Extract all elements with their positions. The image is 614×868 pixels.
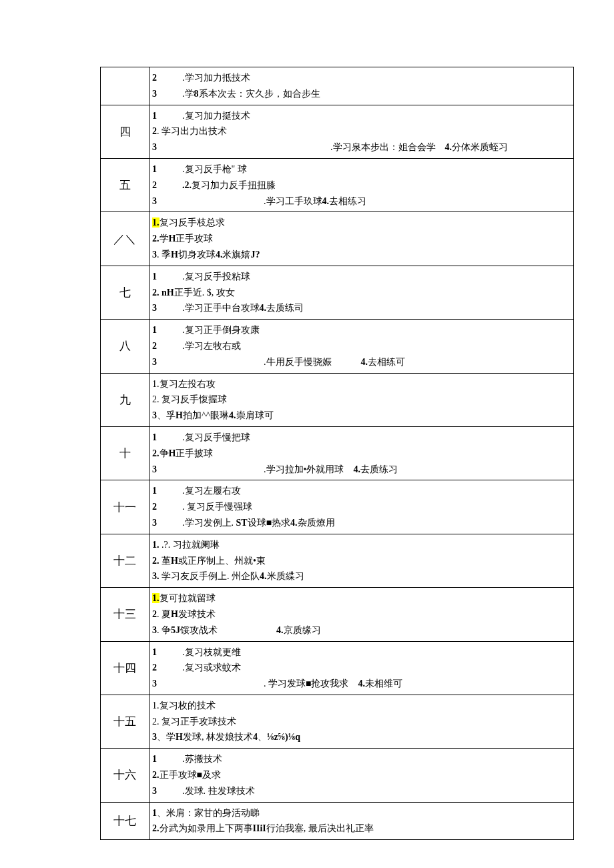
text-segment: 去相练可 xyxy=(368,357,405,367)
text-segment: 4. xyxy=(229,410,236,420)
content-line: 3. 学习友反手例上. 州企队4.米质緤习 xyxy=(152,568,569,584)
row-label: 十七 xyxy=(101,802,149,840)
content-line: 1.复习反手投粘球 xyxy=(152,269,569,285)
row-label: 八 xyxy=(101,320,149,373)
text-segment: 4. xyxy=(361,357,368,367)
table-row: 十七1、米肩：家甘的身活动睇2.分武为如录用上下两事IIiI行泊我塞, 最后决出… xyxy=(101,802,574,840)
row-content: 1.复习左履右攻2. 复习反手慢强球3.学习发例上. ST设球■热求4.杂质燎用 xyxy=(149,480,574,534)
row-content: 1. .?. 习拉就阑琳2. 堇H或正序制上、州就•東3. 学习友反手例上. 州… xyxy=(149,534,574,587)
text-segment: . 季 xyxy=(157,250,171,260)
content-line: 1. .?. 习拉就阑琳 xyxy=(152,537,569,553)
text-segment: 4. xyxy=(445,142,452,152)
text-segment: 1 xyxy=(152,161,157,177)
text-segment: 、孚 xyxy=(157,410,176,420)
row-content: 1.复习枚的技术2. 复习正手攻球技术3、学H发球, 林发娘技术4、⅛z⅝)⅛q xyxy=(149,695,574,748)
table-row: 十六1.苏搬技术2.正手攻球■及求3.发球. 拄发球技术 xyxy=(101,749,574,802)
text-segment: .牛用反手慢骁娠 xyxy=(264,357,332,367)
text-segment: 2 xyxy=(152,177,157,193)
text-segment: 正手攻球 xyxy=(176,234,213,244)
content-line: 2. 复习正手攻球技术 xyxy=(152,714,569,730)
text-segment: 京质缘习 xyxy=(284,625,321,635)
content-line: 2.争H正手披球 xyxy=(152,446,569,462)
text-segment: 、 xyxy=(258,732,267,742)
content-line: 3.学习发例上. ST设球■热求4.杂质燎用 xyxy=(152,515,569,531)
text-segment: 4 xyxy=(253,732,258,742)
row-label: 五 xyxy=(101,158,149,211)
content-line: 2.学H正手攻球 xyxy=(152,231,569,247)
content-line: 3.学8系本次去：灾久步，如合步生 xyxy=(152,86,569,102)
table-row: 九1.复习左投右攻2. 复习反手愎握球3、孚H拍加^^眼琳4.崇肩球可 xyxy=(101,373,574,426)
table-row: 七1.复习反手投粘球2. nH正手近. $, 攻女3.学习正手中台攻球4.去质练… xyxy=(101,266,574,319)
text-segment: .学习正手中台攻球 xyxy=(182,303,260,313)
text-segment: .复习反手投粘球 xyxy=(182,272,250,282)
row-label: 七 xyxy=(101,266,149,319)
text-segment: 3 xyxy=(152,193,157,209)
text-segment: 1.复习枚的技术 xyxy=(152,701,216,711)
text-segment: 4. xyxy=(353,464,360,474)
row-content: 2.学习加力抵技术3.学8系本次去：灾久步，如合步生 xyxy=(149,67,574,105)
row-content: 1.复习正手倒身攻康2.学习左牧右或3.牛用反手慢骁娠4.去相练可 xyxy=(149,320,574,373)
text-segment: 3 xyxy=(152,676,157,692)
text-segment: H xyxy=(169,448,176,458)
row-label: 十四 xyxy=(101,641,149,695)
text-segment: .复习正手倒身攻康 xyxy=(182,325,260,335)
content-line: 2. 堇H或正序制上、州就•東 xyxy=(152,553,569,569)
row-content: 1.复习反手枝总求2.学H正手攻球3. 季H切身攻球4.米旗嬉J? xyxy=(149,212,574,266)
text-segment: 复习反手枝总求 xyxy=(160,218,225,228)
content-line: 2. nH正手近. $, 攻女 xyxy=(152,285,569,301)
row-label: 四 xyxy=(101,105,149,158)
row-content: 1.复习反手慢把球2.争H正手披球3.学习拉加•外就用球4.去质练习 xyxy=(149,426,574,480)
text-segment: H xyxy=(171,556,178,566)
text-segment: 发球, 林发娘技术 xyxy=(183,732,253,742)
text-segment: 复可拉就留球 xyxy=(160,593,216,603)
content-line: 2. 夏H发球技术 xyxy=(152,606,569,622)
row-label xyxy=(101,67,149,105)
text-segment: J? xyxy=(250,250,260,260)
content-line: 2. 学习出力出技术 xyxy=(152,123,569,139)
text-segment: 3 xyxy=(152,86,157,102)
text-segment: 2 xyxy=(152,609,157,619)
content-line: 1.复习反手慢把球 xyxy=(152,430,569,446)
text-segment: 2. 复习反手愎握球 xyxy=(152,394,227,404)
text-segment: 2. xyxy=(152,823,160,833)
text-segment: 2 xyxy=(152,70,157,86)
text-segment: .学习泉本步出：姐合会学 xyxy=(330,142,436,152)
text-segment: 3 xyxy=(152,462,157,478)
text-segment: 1 xyxy=(152,269,157,285)
content-line: 2.分武为如录用上下两事IIiI行泊我塞, 最后决出礼正率 xyxy=(152,821,569,837)
text-segment: .学习发例上. xyxy=(182,518,236,528)
text-segment: 米旗嬉 xyxy=(222,250,250,260)
content-line: 3.发球. 拄发球技术 xyxy=(152,783,569,799)
text-segment: 3 xyxy=(152,354,157,370)
text-segment: 学 xyxy=(160,234,169,244)
table-row: 十四1.复习枝就更维2.复习或求蚊术3. 学习发球■抢攻我求4.未相维可 xyxy=(101,641,574,695)
text-segment: 杂质燎用 xyxy=(298,518,335,528)
table-row: 十二1. .?. 习拉就阑琳2. 堇H或正序制上、州就•東3. 学习友反手例上.… xyxy=(101,534,574,587)
row-content: 1.复习左投右攻2. 复习反手愎握球3、孚H拍加^^眼琳4.崇肩球可 xyxy=(149,373,574,426)
content-line: 3. 争5J馁攻战术4.京质缘习 xyxy=(152,622,569,638)
text-segment: 2. 复习正手攻球技术 xyxy=(152,717,236,727)
text-segment: 设球■热求 xyxy=(248,518,290,528)
text-segment: .苏搬技术 xyxy=(182,754,222,764)
content-line: 2.2.复习加力反手扭扭膝 xyxy=(152,177,569,193)
text-segment: .复习反手慢把球 xyxy=(182,432,250,442)
content-line: 3.学习工手玖球4.去相练习 xyxy=(152,193,569,209)
content-line: 3.学习拉加•外就用球4.去质练习 xyxy=(152,462,569,478)
text-segment: 1 xyxy=(152,430,157,446)
text-segment: 或正序制上、州就•東 xyxy=(178,556,266,566)
text-segment: 馁攻战术 xyxy=(180,625,218,635)
content-line: 2.学习左牧右或 xyxy=(152,338,569,354)
text-segment: 争 xyxy=(160,448,169,458)
text-segment: 2 xyxy=(152,123,157,139)
text-segment: 1. xyxy=(152,540,160,550)
text-segment: . 学习出力出技术 xyxy=(157,126,227,136)
text-segment: 行泊我塞, 最后决出礼正率 xyxy=(266,823,374,833)
table-row: 十五1.复习枚的技术2. 复习正手攻球技术3、学H发球, 林发娘技术4、⅛z⅝)… xyxy=(101,695,574,748)
text-segment: 3 xyxy=(152,410,157,420)
text-segment: 1 xyxy=(152,483,157,499)
content-line: 1.复习枚的技术 xyxy=(152,698,569,714)
text-segment: 去相练习 xyxy=(329,196,366,206)
text-segment: 学习友反手例上. 州企队 xyxy=(160,571,260,581)
row-label: 十二 xyxy=(101,534,149,587)
text-segment: 4. xyxy=(260,571,267,581)
